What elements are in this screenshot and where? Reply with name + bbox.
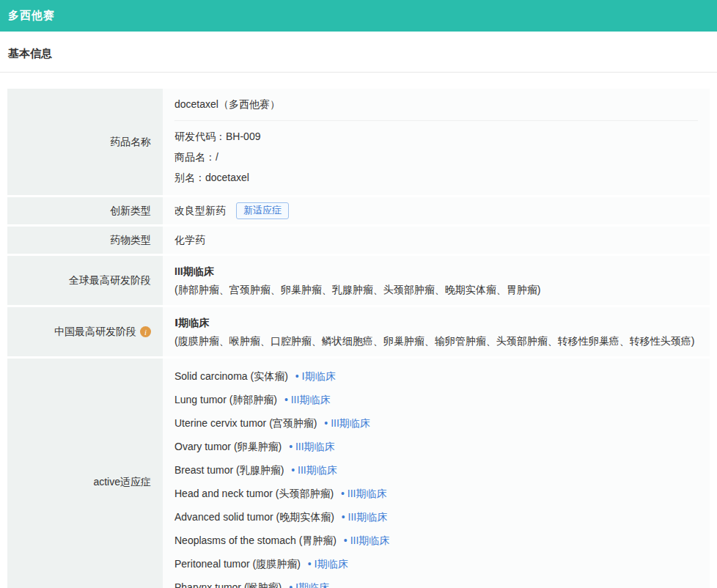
- active-indications-list: Solid carcinoma (实体瘤) • Ⅰ期临床 Lung tumor …: [174, 364, 698, 588]
- active-indication-item: Neoplasms of the stomach (胃肿瘤) • III期临床: [174, 529, 698, 552]
- active-indication-item: Breast tumor (乳腺肿瘤) • III期临床: [174, 458, 698, 482]
- indication-name: Head and neck tumor (头颈部肿瘤): [174, 488, 334, 499]
- new-indication-badge: 新适应症: [236, 202, 289, 219]
- section-header: 基本信息: [0, 32, 717, 73]
- page-header-bar: 多西他赛: [0, 0, 717, 32]
- china-stage-indications: (腹膜肿瘤、喉肿瘤、口腔肿瘤、鳞状细胞癌、卵巢肿瘤、输卵管肿瘤、头颈部肿瘤、转移…: [174, 333, 698, 349]
- drug-type-label: 药物类型: [7, 227, 163, 254]
- innovation-type-label: 创新类型: [7, 197, 163, 224]
- indication-phase-link[interactable]: • III期临床: [344, 534, 389, 546]
- row-active-indications: active适应症 Solid carcinoma (实体瘤) • Ⅰ期临床 L…: [7, 359, 710, 588]
- drug-name-content: docetaxel（多西他赛） 研发代码：BH-009 商品名：/ 别名：doc…: [163, 89, 710, 195]
- indication-name: Solid carcinoma (实体瘤): [174, 370, 288, 382]
- indication-phase-link[interactable]: • III期临床: [284, 394, 330, 405]
- active-indication-item: Advanced solid tumor (晚期实体瘤) • III期临床: [174, 505, 698, 529]
- alias-name: 别名：docetaxel: [174, 167, 698, 188]
- indication-name: Breast tumor (乳腺肿瘤): [174, 464, 284, 476]
- drug-page-title: 多西他赛: [8, 9, 55, 23]
- innovation-type-content: 改良型新药 新适应症: [163, 197, 710, 224]
- indication-phase-link[interactable]: • III期临床: [341, 488, 386, 499]
- indication-phase-link[interactable]: • III期临床: [291, 464, 337, 476]
- row-drug-name: 药品名称 docetaxel（多西他赛） 研发代码：BH-009 商品名：/ 别…: [7, 89, 710, 195]
- active-indications-content: Solid carcinoma (实体瘤) • Ⅰ期临床 Lung tumor …: [163, 359, 710, 588]
- indication-phase-link[interactable]: • Ⅰ期临床: [289, 581, 329, 588]
- china-stage-phase: Ⅰ期临床: [174, 315, 698, 331]
- basic-info-table: 药品名称 docetaxel（多西他赛） 研发代码：BH-009 商品名：/ 别…: [7, 89, 710, 588]
- row-china-stage: 中国最高研发阶段 i Ⅰ期临床 (腹膜肿瘤、喉肿瘤、口腔肿瘤、鳞状细胞癌、卵巢肿…: [7, 307, 710, 356]
- active-indication-item: Uterine cervix tumor (宫颈肿瘤) • III期临床: [174, 411, 698, 435]
- info-icon[interactable]: i: [140, 326, 151, 337]
- active-indication-item: Solid carcinoma (实体瘤) • Ⅰ期临床: [174, 364, 698, 388]
- global-stage-content: III期临床 (肺部肿瘤、宫颈肿瘤、卵巢肿瘤、乳腺肿瘤、头颈部肿瘤、晚期实体瘤、…: [163, 256, 710, 305]
- indication-name: Advanced solid tumor (晚期实体瘤): [174, 511, 334, 523]
- innovation-type-value: 改良型新药: [174, 205, 226, 218]
- section-title: 基本信息: [8, 47, 52, 59]
- indication-phase-link[interactable]: • III期临床: [342, 511, 387, 523]
- active-indication-item: Pharynx tumor (喉肿瘤) • Ⅰ期临床: [174, 576, 698, 588]
- generic-name: docetaxel（多西他赛）: [174, 97, 698, 121]
- indication-phase-link[interactable]: • Ⅰ期临床: [295, 370, 336, 382]
- indication-name: Peritoneal tumor (腹膜肿瘤): [174, 558, 301, 570]
- indication-name: Pharynx tumor (喉肿瘤): [174, 581, 282, 588]
- indication-name: Uterine cervix tumor (宫颈肿瘤): [174, 417, 317, 429]
- indication-phase-link[interactable]: • Ⅰ期临床: [308, 558, 348, 570]
- active-indication-item: Lung tumor (肺部肿瘤) • III期临床: [174, 388, 698, 411]
- global-stage-label: 全球最高研发阶段: [7, 256, 163, 305]
- indication-name: Lung tumor (肺部肿瘤): [174, 394, 277, 405]
- china-stage-label-text: 中国最高研发阶段: [54, 326, 136, 339]
- row-innovation-type: 创新类型 改良型新药 新适应症: [7, 197, 710, 224]
- global-stage-indications: (肺部肿瘤、宫颈肿瘤、卵巢肿瘤、乳腺肿瘤、头颈部肿瘤、晚期实体瘤、胃肿瘤): [174, 282, 698, 298]
- indication-phase-link[interactable]: • III期临床: [289, 441, 334, 452]
- active-indication-item: Ovary tumor (卵巢肿瘤) • III期临床: [174, 435, 698, 458]
- drug-type-content: 化学药: [163, 227, 710, 254]
- row-global-stage: 全球最高研发阶段 III期临床 (肺部肿瘤、宫颈肿瘤、卵巢肿瘤、乳腺肿瘤、头颈部…: [7, 256, 710, 305]
- row-drug-type: 药物类型 化学药: [7, 227, 710, 254]
- indication-phase-link[interactable]: • III期临床: [324, 417, 369, 429]
- drug-name-label: 药品名称: [7, 89, 163, 195]
- trade-name: 商品名：/: [174, 147, 698, 167]
- drug-type-value: 化学药: [174, 234, 205, 247]
- indication-name: Neoplasms of the stomach (胃肿瘤): [174, 534, 337, 546]
- china-stage-content: Ⅰ期临床 (腹膜肿瘤、喉肿瘤、口腔肿瘤、鳞状细胞癌、卵巢肿瘤、输卵管肿瘤、头颈部…: [163, 307, 710, 356]
- active-indication-item: Head and neck tumor (头颈部肿瘤) • III期临床: [174, 482, 698, 505]
- active-indication-item: Peritoneal tumor (腹膜肿瘤) • Ⅰ期临床: [174, 552, 698, 576]
- indication-name: Ovary tumor (卵巢肿瘤): [174, 441, 282, 452]
- china-stage-label: 中国最高研发阶段 i: [7, 307, 163, 356]
- active-indications-label: active适应症: [7, 359, 163, 588]
- dev-code: 研发代码：BH-009: [174, 126, 698, 147]
- global-stage-phase: III期临床: [174, 263, 698, 279]
